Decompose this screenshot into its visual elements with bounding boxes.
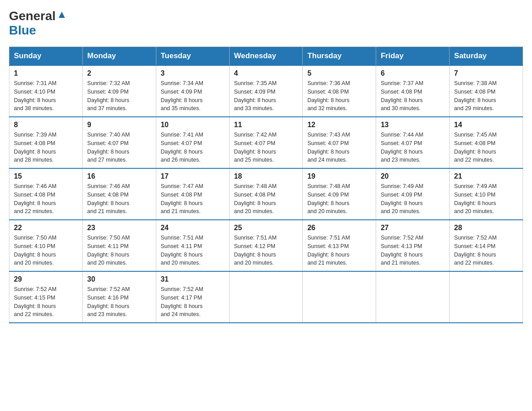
day-info: Sunrise: 7:50 AMSunset: 4:11 PMDaylight:… xyxy=(87,234,151,267)
calendar-cell: 17Sunrise: 7:47 AMSunset: 4:08 PMDayligh… xyxy=(156,168,229,220)
day-number: 2 xyxy=(87,69,151,77)
day-number: 12 xyxy=(307,121,371,129)
day-info: Sunrise: 7:52 AMSunset: 4:14 PMDaylight:… xyxy=(454,234,518,267)
day-info: Sunrise: 7:45 AMSunset: 4:08 PMDaylight:… xyxy=(454,131,518,164)
calendar-cell: 19Sunrise: 7:48 AMSunset: 4:09 PMDayligh… xyxy=(303,168,376,220)
day-info: Sunrise: 7:44 AMSunset: 4:07 PMDaylight:… xyxy=(381,131,445,164)
logo-arrow-icon xyxy=(57,10,67,21)
day-number: 8 xyxy=(14,121,78,129)
day-info: Sunrise: 7:48 AMSunset: 4:09 PMDaylight:… xyxy=(307,182,371,216)
day-number: 22 xyxy=(14,224,78,232)
day-number: 15 xyxy=(14,172,78,180)
calendar-cell: 15Sunrise: 7:46 AMSunset: 4:08 PMDayligh… xyxy=(9,168,83,220)
day-info: Sunrise: 7:43 AMSunset: 4:07 PMDaylight:… xyxy=(307,131,371,164)
logo: General Blue xyxy=(9,9,67,38)
calendar-cell: 30Sunrise: 7:52 AMSunset: 4:16 PMDayligh… xyxy=(82,271,156,323)
calendar-cell: 28Sunrise: 7:52 AMSunset: 4:14 PMDayligh… xyxy=(450,220,523,271)
calendar-cell: 4Sunrise: 7:35 AMSunset: 4:09 PMDaylight… xyxy=(229,65,303,117)
day-info: Sunrise: 7:34 AMSunset: 4:09 PMDaylight:… xyxy=(161,79,225,113)
day-info: Sunrise: 7:50 AMSunset: 4:10 PMDaylight:… xyxy=(14,234,78,267)
day-number: 4 xyxy=(234,69,298,77)
calendar-cell: 5Sunrise: 7:36 AMSunset: 4:08 PMDaylight… xyxy=(303,65,376,117)
day-header-wednesday: Wednesday xyxy=(229,47,303,66)
day-info: Sunrise: 7:51 AMSunset: 4:13 PMDaylight:… xyxy=(307,234,371,267)
day-number: 26 xyxy=(307,224,371,232)
day-info: Sunrise: 7:47 AMSunset: 4:08 PMDaylight:… xyxy=(161,182,225,216)
calendar-week-row: 22Sunrise: 7:50 AMSunset: 4:10 PMDayligh… xyxy=(9,220,523,271)
day-info: Sunrise: 7:51 AMSunset: 4:11 PMDaylight:… xyxy=(161,234,225,267)
day-number: 16 xyxy=(87,172,151,180)
day-header-thursday: Thursday xyxy=(303,47,376,66)
calendar-cell: 12Sunrise: 7:43 AMSunset: 4:07 PMDayligh… xyxy=(303,117,376,168)
day-info: Sunrise: 7:35 AMSunset: 4:09 PMDaylight:… xyxy=(234,79,298,113)
day-info: Sunrise: 7:52 AMSunset: 4:17 PMDaylight:… xyxy=(161,285,225,319)
day-number: 3 xyxy=(161,69,225,77)
day-number: 9 xyxy=(87,121,151,129)
day-number: 14 xyxy=(454,121,518,129)
day-info: Sunrise: 7:49 AMSunset: 4:10 PMDaylight:… xyxy=(454,182,518,216)
day-number: 1 xyxy=(14,69,78,77)
calendar-cell: 18Sunrise: 7:48 AMSunset: 4:08 PMDayligh… xyxy=(229,168,303,220)
calendar-cell: 13Sunrise: 7:44 AMSunset: 4:07 PMDayligh… xyxy=(376,117,450,168)
day-header-monday: Monday xyxy=(82,47,156,66)
day-number: 13 xyxy=(381,121,445,129)
day-number: 17 xyxy=(161,172,225,180)
day-number: 29 xyxy=(14,275,78,283)
calendar-cell: 16Sunrise: 7:46 AMSunset: 4:08 PMDayligh… xyxy=(82,168,156,220)
day-number: 5 xyxy=(307,69,371,77)
calendar-cell: 2Sunrise: 7:32 AMSunset: 4:09 PMDaylight… xyxy=(82,65,156,117)
day-number: 11 xyxy=(234,121,298,129)
calendar-cell: 29Sunrise: 7:52 AMSunset: 4:15 PMDayligh… xyxy=(9,271,83,323)
calendar-cell xyxy=(450,271,523,323)
day-info: Sunrise: 7:52 AMSunset: 4:16 PMDaylight:… xyxy=(87,285,151,319)
calendar-cell: 22Sunrise: 7:50 AMSunset: 4:10 PMDayligh… xyxy=(9,220,83,271)
calendar-cell: 3Sunrise: 7:34 AMSunset: 4:09 PMDaylight… xyxy=(156,65,229,117)
day-info: Sunrise: 7:40 AMSunset: 4:07 PMDaylight:… xyxy=(87,131,151,164)
day-info: Sunrise: 7:51 AMSunset: 4:12 PMDaylight:… xyxy=(234,234,298,267)
calendar-header-row: SundayMondayTuesdayWednesdayThursdayFrid… xyxy=(9,47,523,66)
calendar-cell: 24Sunrise: 7:51 AMSunset: 4:11 PMDayligh… xyxy=(156,220,229,271)
calendar-cell xyxy=(229,271,303,323)
day-info: Sunrise: 7:42 AMSunset: 4:07 PMDaylight:… xyxy=(234,131,298,164)
day-header-saturday: Saturday xyxy=(450,47,523,66)
day-number: 21 xyxy=(454,172,518,180)
day-number: 31 xyxy=(161,275,225,283)
calendar-week-row: 8Sunrise: 7:39 AMSunset: 4:08 PMDaylight… xyxy=(9,117,523,168)
calendar-cell: 20Sunrise: 7:49 AMSunset: 4:09 PMDayligh… xyxy=(376,168,450,220)
day-number: 25 xyxy=(234,224,298,232)
calendar-week-row: 15Sunrise: 7:46 AMSunset: 4:08 PMDayligh… xyxy=(9,168,523,220)
day-header-tuesday: Tuesday xyxy=(156,47,229,66)
calendar-cell: 1Sunrise: 7:31 AMSunset: 4:10 PMDaylight… xyxy=(9,65,83,117)
day-number: 27 xyxy=(381,224,445,232)
day-info: Sunrise: 7:32 AMSunset: 4:09 PMDaylight:… xyxy=(87,79,151,113)
day-info: Sunrise: 7:31 AMSunset: 4:10 PMDaylight:… xyxy=(14,79,78,113)
day-number: 28 xyxy=(454,224,518,232)
calendar-cell: 6Sunrise: 7:37 AMSunset: 4:08 PMDaylight… xyxy=(376,65,450,117)
day-number: 6 xyxy=(381,69,445,77)
day-info: Sunrise: 7:49 AMSunset: 4:09 PMDaylight:… xyxy=(381,182,445,216)
day-info: Sunrise: 7:41 AMSunset: 4:07 PMDaylight:… xyxy=(161,131,225,164)
day-number: 18 xyxy=(234,172,298,180)
calendar-cell: 26Sunrise: 7:51 AMSunset: 4:13 PMDayligh… xyxy=(303,220,376,271)
calendar-cell: 7Sunrise: 7:38 AMSunset: 4:08 PMDaylight… xyxy=(450,65,523,117)
calendar-cell: 27Sunrise: 7:52 AMSunset: 4:13 PMDayligh… xyxy=(376,220,450,271)
logo-blue-text: Blue xyxy=(9,23,36,37)
day-info: Sunrise: 7:48 AMSunset: 4:08 PMDaylight:… xyxy=(234,182,298,216)
calendar-table: SundayMondayTuesdayWednesdayThursdayFrid… xyxy=(9,47,523,323)
day-number: 30 xyxy=(87,275,151,283)
day-header-sunday: Sunday xyxy=(9,47,83,66)
calendar-cell xyxy=(376,271,450,323)
day-info: Sunrise: 7:39 AMSunset: 4:08 PMDaylight:… xyxy=(14,131,78,164)
day-number: 7 xyxy=(454,69,518,77)
day-info: Sunrise: 7:52 AMSunset: 4:13 PMDaylight:… xyxy=(381,234,445,267)
day-number: 19 xyxy=(307,172,371,180)
calendar-cell: 23Sunrise: 7:50 AMSunset: 4:11 PMDayligh… xyxy=(82,220,156,271)
day-number: 23 xyxy=(87,224,151,232)
day-number: 10 xyxy=(161,121,225,129)
calendar-cell: 31Sunrise: 7:52 AMSunset: 4:17 PMDayligh… xyxy=(156,271,229,323)
calendar-cell: 11Sunrise: 7:42 AMSunset: 4:07 PMDayligh… xyxy=(229,117,303,168)
calendar-cell: 25Sunrise: 7:51 AMSunset: 4:12 PMDayligh… xyxy=(229,220,303,271)
day-number: 24 xyxy=(161,224,225,232)
calendar-cell: 9Sunrise: 7:40 AMSunset: 4:07 PMDaylight… xyxy=(82,117,156,168)
day-number: 20 xyxy=(381,172,445,180)
